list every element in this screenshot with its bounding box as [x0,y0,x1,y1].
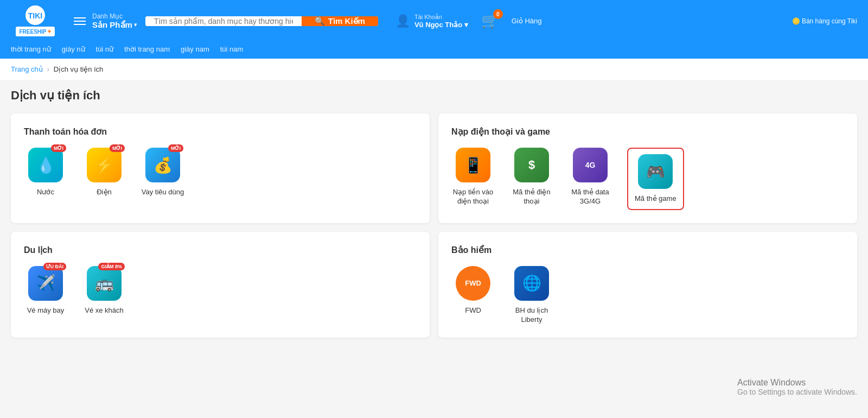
search-button[interactable]: 🔍 Tìm Kiếm [302,16,378,26]
electric-icon-wrap: ⚡ MỚI [87,148,122,182]
bus-label: Vé xe khách [85,306,124,315]
cart-area[interactable]: 🛒 0 [481,12,499,29]
bus-icon-wrap: 🚌 GIẢM 8% [87,266,122,301]
sim-card-icon-wrap: $ [514,148,549,182]
travel-card: Du lịch ✈️ ƯU ĐÃI Vé máy bay 🚌 GIẢM 8% V… [11,232,430,338]
travel-card-title: Du lịch [24,245,417,255]
svg-text:TIKI: TIKI [28,11,42,20]
service-item-bus[interactable]: 🚌 GIẢM 8% Vé xe khách [82,266,126,315]
account-area[interactable]: 👤 Tài Khoản Vũ Ngọc Thảo ▾ [395,14,468,29]
page-content: Dịch vụ tiện ích Thanh toán hóa đơn 💧 MỚ… [0,80,868,346]
service-item-loan[interactable]: 💰 MỚI Vay tiêu dùng [141,148,184,197]
account-name: Vũ Ngọc Thảo ▾ [414,21,468,29]
freeship-plus: + [48,28,52,35]
loan-label: Vay tiêu dùng [142,188,184,197]
nav-link-1[interactable]: giày nữ [62,45,85,53]
fwd-label: FWD [465,306,481,315]
account-chevron: ▾ [464,21,468,29]
header-right: 👤 Tài Khoản Vũ Ngọc Thảo ▾ 🛒 0 Giỏ Hàng [395,12,542,29]
chevron-down-icon: ▾ [134,22,137,28]
nav-link-4[interactable]: giày nam [181,45,209,53]
nav-links: thời trang nữ giày nữ túi nữ thời trang … [0,42,868,59]
header-top: TIKI FREESHIP+ Danh Mục Sản Phẩm ▾ [0,0,868,42]
bus-badge: GIẢM 8% [98,263,125,270]
search-input[interactable] [145,16,302,26]
nav-link-2[interactable]: túi nữ [96,45,114,53]
bh-liberty-icon-wrap: 🌐 [514,266,549,301]
nav-link-3[interactable]: thời trang nam [124,45,170,53]
water-icon: 💧 [28,148,63,182]
hamburger-icon [74,17,86,25]
flight-label: Vé máy bay [27,306,65,315]
search-btn-label: Tìm Kiếm [328,16,365,26]
cards-grid: Thanh toán hóa đơn 💧 MỚI Nước ⚡ MỚI Điện [11,113,857,338]
data-4g-label: Mã thẻ data3G/4G [571,188,609,206]
nav-link-0[interactable]: thời trang nữ [11,45,51,53]
service-item-electric[interactable]: ⚡ MỚI Điện [82,148,126,197]
menu-sub-label: Sản Phẩm [92,20,132,30]
electric-label: Điện [97,188,112,197]
topup-card-title: Nạp điện thoại và game [451,126,844,137]
cart-label: Giỏ Hàng [512,17,542,25]
flight-badge: ƯU ĐÃI [43,263,67,270]
water-label: Nước [37,188,54,197]
account-name-text: Vũ Ngọc Thảo [414,21,462,29]
account-text: Tài Khoản Vũ Ngọc Thảo ▾ [414,14,468,29]
service-item-water[interactable]: 💧 MỚI Nước [24,148,67,197]
electric-icon: ⚡ [87,148,122,182]
travel-items: ✈️ ƯU ĐÃI Vé máy bay 🚌 GIẢM 8% Vé xe khá… [24,266,417,315]
fwd-icon-wrap: FWD [456,266,490,301]
service-item-game-card[interactable]: 🎮 Mã thẻ game [627,148,684,210]
bus-icon: 🚌 [87,266,122,301]
service-item-bh-liberty[interactable]: 🌐 BH du lịchLiberty [510,266,553,325]
payment-card-title: Thanh toán hóa đơn [24,126,417,137]
tiki-logo-icon: TIKI [25,5,45,25]
header: TIKI FREESHIP+ Danh Mục Sản Phẩm ▾ [0,0,868,59]
service-item-topup-phone[interactable]: 📱 Nạp tiền vàođiện thoại [451,148,495,210]
menu-label-bottom: Sản Phẩm ▾ [92,20,137,30]
service-item-sim-card[interactable]: $ Mã thẻ điệnthoại [510,148,553,210]
freeship-badge: FREESHIP+ [16,27,54,36]
flight-icon-wrap: ✈️ ƯU ĐÃI [28,266,63,301]
cart-badge: 0 [493,9,503,19]
loan-badge: MỚI [168,144,183,152]
water-badge: MỚI [51,144,66,152]
breadcrumb-separator: › [47,66,49,73]
breadcrumb: Trang chủ › Dịch vụ tiện ích [0,59,868,80]
insurance-card-title: Bảo hiểm [451,245,844,255]
sell-label-text: Bán hàng cùng Tiki [802,17,857,25]
game-card-icon: 🎮 [638,154,673,189]
data-4g-icon-wrap: 4G [573,148,608,182]
menu-button[interactable]: Danh Mục Sản Phẩm ▾ [68,12,137,30]
insurance-items: FWD FWD 🌐 BH du lịchLiberty [451,266,844,325]
page-title: Dịch vụ tiện ích [11,88,857,103]
sim-card-icon: $ [514,148,549,182]
fwd-icon: FWD [456,266,490,301]
water-icon-wrap: 💧 MỚI [28,148,63,182]
service-item-flight[interactable]: ✈️ ƯU ĐÃI Vé máy bay [24,266,67,315]
payment-card: Thanh toán hóa đơn 💧 MỚI Nước ⚡ MỚI Điện [11,113,430,223]
flight-icon: ✈️ [28,266,63,301]
bh-liberty-label: BH du lịchLiberty [515,306,548,325]
logo-area[interactable]: TIKI FREESHIP+ [11,5,60,36]
service-item-fwd[interactable]: FWD FWD [451,266,495,325]
search-bar: 🔍 Tìm Kiếm [145,16,378,26]
service-item-data-4g[interactable]: 4G Mã thẻ data3G/4G [569,148,612,210]
electric-badge: MỚI [110,144,125,152]
game-card-label: Mã thẻ game [635,194,676,204]
topup-phone-label: Nạp tiền vàođiện thoại [453,188,494,206]
coin-icon: 🪙 [792,17,800,25]
breadcrumb-current: Dịch vụ tiện ích [54,65,104,73]
account-label: Tài Khoản [414,14,468,21]
insurance-card: Bảo hiểm FWD FWD 🌐 BH du lịchLiberty [438,232,857,338]
nav-link-5[interactable]: túi nam [220,45,244,53]
account-icon: 👤 [395,14,410,28]
payment-items: 💧 MỚI Nước ⚡ MỚI Điện 💰 MỚI [24,148,417,197]
data-4g-icon: 4G [573,148,608,182]
topup-card: Nạp điện thoại và game 📱 Nạp tiền vàođiệ… [438,113,857,223]
sell-link[interactable]: 🪙 Bán hàng cùng Tiki [792,17,857,25]
sim-card-label: Mã thẻ điệnthoại [513,188,550,206]
breadcrumb-home[interactable]: Trang chủ [11,65,43,73]
loan-icon-wrap: 💰 MỚI [145,148,180,182]
game-card-icon-wrap: 🎮 [638,154,673,189]
